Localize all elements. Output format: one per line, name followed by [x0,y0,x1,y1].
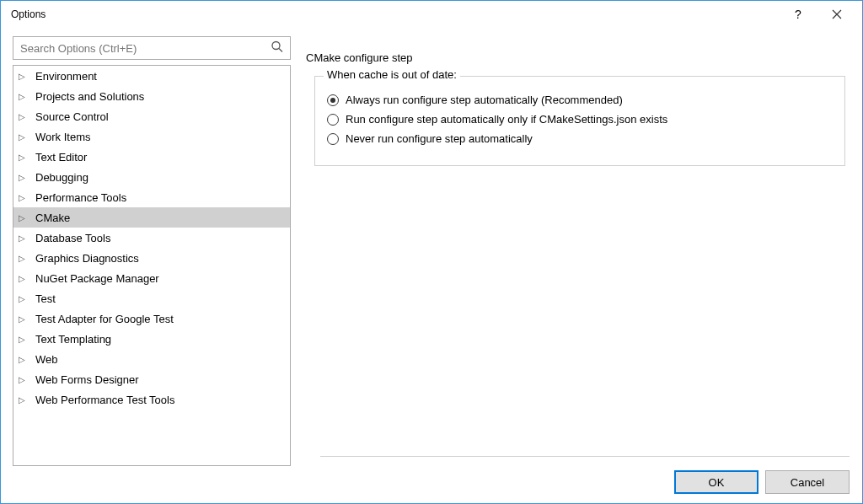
radio-icon [327,114,339,126]
tree-scroll[interactable]: ▷Environment▷Projects and Solutions▷Sour… [13,66,290,465]
expand-arrow-icon: ▷ [19,395,30,405]
tree-item-label: Performance Tools [35,191,126,204]
radio-label: Run configure step automatically only if… [346,113,667,126]
radio-icon [327,133,339,145]
tree-item-web[interactable]: ▷Web [13,349,290,369]
titlebar: Options ? [1,1,862,28]
ok-button[interactable]: OK [674,470,758,494]
radio-option-1[interactable]: Run configure step automatically only if… [327,113,833,126]
tree-item-test[interactable]: ▷Test [13,288,290,308]
cache-group: When cache is out of date: Always run co… [314,76,845,166]
tree-item-web-forms-designer[interactable]: ▷Web Forms Designer [13,369,290,389]
radio-option-0[interactable]: Always run configure step automatically … [327,94,833,106]
tree-item-label: Web [35,353,58,366]
tree-item-label: Web Forms Designer [35,373,139,386]
tree-item-label: Database Tools [35,232,110,244]
expand-arrow-icon: ▷ [19,92,30,101]
tree-item-graphics-diagnostics[interactable]: ▷Graphics Diagnostics [13,248,290,268]
help-button[interactable]: ? [780,2,817,27]
window-title: Options [8,8,780,20]
tree-item-debugging[interactable]: ▷Debugging [13,167,290,187]
expand-arrow-icon: ▷ [19,375,30,384]
expand-arrow-icon: ▷ [19,193,30,202]
tree-item-test-adapter-for-google-test[interactable]: ▷Test Adapter for Google Test [13,308,290,329]
radio-label: Never run configure step automatically [346,132,533,145]
radio-label: Always run configure step automatically … [346,94,623,106]
footer-divider [320,456,850,457]
search-input[interactable] [13,36,291,60]
expand-arrow-icon: ▷ [19,254,30,263]
tree-item-label: Source Control [35,110,109,123]
tree-item-cmake[interactable]: ▷CMake [13,207,290,228]
expand-arrow-icon: ▷ [19,274,30,283]
tree-item-label: Projects and Solutions [35,90,144,103]
expand-arrow-icon: ▷ [19,314,30,324]
tree-item-work-items[interactable]: ▷Work Items [13,126,290,147]
tree-item-label: NuGet Package Manager [35,272,159,285]
expand-arrow-icon: ▷ [19,355,30,364]
tree-item-label: Text Templating [35,333,111,346]
close-icon [832,9,842,19]
expand-arrow-icon: ▷ [19,233,30,243]
tree-item-label: Web Performance Test Tools [35,394,174,406]
expand-arrow-icon: ▷ [19,294,30,303]
tree-item-label: Test [35,292,56,305]
options-tree: ▷Environment▷Projects and Solutions▷Sour… [13,65,291,466]
tree-item-label: Debugging [35,171,88,184]
tree-item-label: CMake [35,212,70,224]
tree-item-text-templating[interactable]: ▷Text Templating [13,329,290,349]
tree-item-label: Work Items [35,131,91,143]
cancel-button[interactable]: Cancel [765,470,850,494]
tree-item-projects-and-solutions[interactable]: ▷Projects and Solutions [13,86,290,106]
tree-item-label: Environment [35,70,97,83]
expand-arrow-icon: ▷ [19,153,30,162]
radio-option-2[interactable]: Never run configure step automatically [327,132,833,145]
expand-arrow-icon: ▷ [19,132,30,142]
tree-item-label: Text Editor [35,151,87,164]
tree-item-performance-tools[interactable]: ▷Performance Tools [13,187,290,207]
tree-item-label: Test Adapter for Google Test [35,313,174,325]
close-button[interactable] [818,2,855,27]
tree-item-text-editor[interactable]: ▷Text Editor [13,147,290,167]
expand-arrow-icon: ▷ [19,173,30,182]
dialog-footer: OK Cancel [674,462,850,494]
search-wrap [13,36,291,60]
radio-icon [327,94,339,106]
group-legend: When cache is out of date: [324,68,460,81]
panel-header: CMake configure step [304,51,850,64]
help-icon: ? [795,8,801,21]
tree-item-database-tools[interactable]: ▷Database Tools [13,228,290,248]
tree-item-source-control[interactable]: ▷Source Control [13,106,290,126]
expand-arrow-icon: ▷ [19,72,30,81]
tree-item-web-performance-test-tools[interactable]: ▷Web Performance Test Tools [13,389,290,410]
tree-item-environment[interactable]: ▷Environment [13,66,290,86]
tree-item-label: Graphics Diagnostics [35,252,139,265]
expand-arrow-icon: ▷ [19,112,30,121]
tree-item-nuget-package-manager[interactable]: ▷NuGet Package Manager [13,268,290,288]
expand-arrow-icon: ▷ [19,213,30,223]
expand-arrow-icon: ▷ [19,335,30,344]
